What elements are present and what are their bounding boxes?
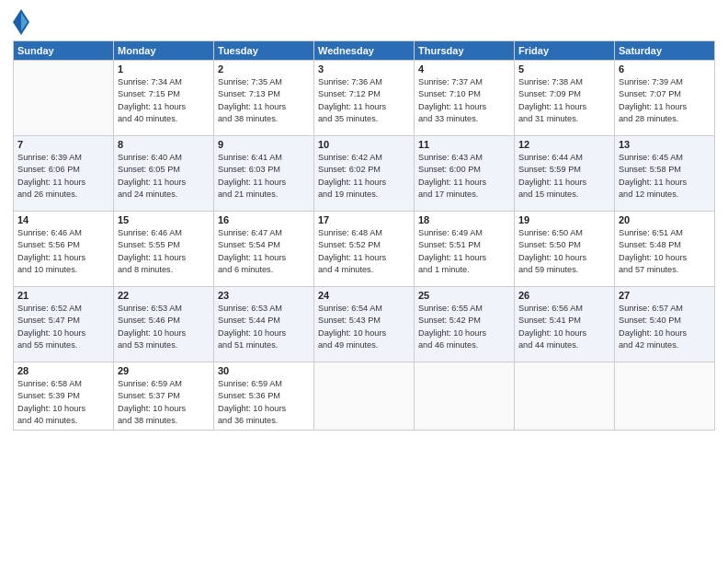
day-info: Sunrise: 6:44 AMSunset: 5:59 PMDaylight:…: [518, 152, 610, 201]
day-info: Sunrise: 7:37 AMSunset: 7:10 PMDaylight:…: [418, 76, 510, 125]
calendar-cell: 14Sunrise: 6:46 AMSunset: 5:56 PMDayligh…: [14, 212, 114, 287]
day-info: Sunrise: 6:54 AMSunset: 5:43 PMDaylight:…: [318, 303, 410, 351]
calendar-cell: 1Sunrise: 7:34 AMSunset: 7:15 PMDaylight…: [114, 61, 214, 136]
calendar-cell: 18Sunrise: 6:49 AMSunset: 5:51 PMDayligh…: [415, 212, 515, 287]
weekday-header-monday: Monday: [114, 41, 214, 61]
day-number: 28: [17, 365, 109, 376]
day-number: 6: [619, 63, 711, 75]
day-info: Sunrise: 6:53 AMSunset: 5:46 PMDaylight:…: [118, 303, 210, 351]
calendar-cell: 6Sunrise: 7:39 AMSunset: 7:07 PMDaylight…: [615, 61, 715, 136]
day-info: Sunrise: 6:46 AMSunset: 5:55 PMDaylight:…: [118, 227, 210, 276]
weekday-header-sunday: Sunday: [14, 41, 114, 61]
day-number: 11: [418, 139, 510, 150]
day-number: 30: [218, 365, 310, 376]
day-number: 15: [118, 214, 210, 225]
weekday-header-friday: Friday: [515, 41, 615, 61]
calendar-cell: 9Sunrise: 6:41 AMSunset: 6:03 PMDaylight…: [214, 136, 314, 212]
day-info: Sunrise: 6:45 AMSunset: 5:58 PMDaylight:…: [619, 152, 711, 201]
calendar-cell: 2Sunrise: 7:35 AMSunset: 7:13 PMDaylight…: [214, 61, 314, 136]
calendar-cell: [415, 362, 515, 431]
day-info: Sunrise: 7:35 AMSunset: 7:13 PMDaylight:…: [218, 76, 310, 125]
day-number: 20: [619, 214, 711, 225]
day-number: 21: [17, 290, 109, 301]
day-info: Sunrise: 6:39 AMSunset: 6:06 PMDaylight:…: [17, 152, 109, 201]
day-number: 16: [218, 214, 310, 225]
calendar-cell: 10Sunrise: 6:42 AMSunset: 6:02 PMDayligh…: [314, 136, 415, 212]
day-number: 18: [418, 214, 510, 225]
day-info: Sunrise: 6:59 AMSunset: 5:36 PMDaylight:…: [218, 378, 310, 427]
calendar-cell: 23Sunrise: 6:53 AMSunset: 5:44 PMDayligh…: [214, 287, 314, 362]
weekday-header-saturday: Saturday: [615, 41, 715, 61]
calendar-cell: 20Sunrise: 6:51 AMSunset: 5:48 PMDayligh…: [615, 212, 715, 287]
calendar-week-4: 21Sunrise: 6:52 AMSunset: 5:47 PMDayligh…: [14, 287, 715, 362]
calendar-cell: 15Sunrise: 6:46 AMSunset: 5:55 PMDayligh…: [114, 212, 214, 287]
calendar-cell: [615, 362, 715, 431]
calendar-cell: [515, 362, 615, 431]
calendar-cell: 4Sunrise: 7:37 AMSunset: 7:10 PMDaylight…: [415, 61, 515, 136]
calendar-week-3: 14Sunrise: 6:46 AMSunset: 5:56 PMDayligh…: [14, 212, 715, 287]
day-number: 22: [118, 290, 210, 301]
day-info: Sunrise: 6:55 AMSunset: 5:42 PMDaylight:…: [418, 303, 510, 351]
calendar-cell: 25Sunrise: 6:55 AMSunset: 5:42 PMDayligh…: [415, 287, 515, 362]
calendar-cell: 16Sunrise: 6:47 AMSunset: 5:54 PMDayligh…: [214, 212, 314, 287]
calendar-cell: 21Sunrise: 6:52 AMSunset: 5:47 PMDayligh…: [14, 287, 114, 362]
calendar-cell: 19Sunrise: 6:50 AMSunset: 5:50 PMDayligh…: [515, 212, 615, 287]
day-info: Sunrise: 6:50 AMSunset: 5:50 PMDaylight:…: [518, 227, 610, 276]
day-number: 12: [518, 139, 610, 150]
weekday-header-row: SundayMondayTuesdayWednesdayThursdayFrid…: [14, 41, 715, 61]
day-number: 25: [418, 290, 510, 301]
day-number: 4: [418, 63, 510, 75]
day-info: Sunrise: 6:57 AMSunset: 5:40 PMDaylight:…: [619, 303, 711, 351]
day-number: 29: [118, 365, 210, 376]
calendar-cell: 13Sunrise: 6:45 AMSunset: 5:58 PMDayligh…: [615, 136, 715, 212]
calendar-cell: 17Sunrise: 6:48 AMSunset: 5:52 PMDayligh…: [314, 212, 415, 287]
day-info: Sunrise: 6:46 AMSunset: 5:56 PMDaylight:…: [17, 227, 109, 276]
day-info: Sunrise: 6:48 AMSunset: 5:52 PMDaylight:…: [318, 227, 410, 276]
day-number: 9: [218, 139, 310, 150]
day-number: 2: [218, 63, 310, 75]
calendar-cell: 8Sunrise: 6:40 AMSunset: 6:05 PMDaylight…: [114, 136, 214, 212]
day-info: Sunrise: 6:49 AMSunset: 5:51 PMDaylight:…: [418, 227, 510, 276]
day-info: Sunrise: 6:53 AMSunset: 5:44 PMDaylight:…: [218, 303, 310, 351]
logo-icon: [13, 9, 29, 35]
weekday-header-tuesday: Tuesday: [214, 41, 314, 61]
day-number: 26: [518, 290, 610, 301]
day-number: 8: [118, 139, 210, 150]
day-info: Sunrise: 6:40 AMSunset: 6:05 PMDaylight:…: [118, 152, 210, 201]
day-number: 17: [318, 214, 410, 225]
day-info: Sunrise: 6:58 AMSunset: 5:39 PMDaylight:…: [17, 378, 109, 427]
calendar-cell: 3Sunrise: 7:36 AMSunset: 7:12 PMDaylight…: [314, 61, 415, 136]
day-number: 19: [518, 214, 610, 225]
weekday-header-thursday: Thursday: [415, 41, 515, 61]
day-number: 23: [218, 290, 310, 301]
day-number: 3: [318, 63, 410, 75]
day-number: 13: [619, 139, 711, 150]
day-info: Sunrise: 6:51 AMSunset: 5:48 PMDaylight:…: [619, 227, 711, 276]
day-number: 14: [17, 214, 109, 225]
calendar-cell: 11Sunrise: 6:43 AMSunset: 6:00 PMDayligh…: [415, 136, 515, 212]
day-info: Sunrise: 6:56 AMSunset: 5:41 PMDaylight:…: [518, 303, 610, 351]
logo: [13, 9, 33, 35]
calendar-cell: 30Sunrise: 6:59 AMSunset: 5:36 PMDayligh…: [214, 362, 314, 431]
day-number: 10: [318, 139, 410, 150]
day-number: 7: [17, 139, 109, 150]
calendar-cell: 7Sunrise: 6:39 AMSunset: 6:06 PMDaylight…: [14, 136, 114, 212]
day-info: Sunrise: 6:42 AMSunset: 6:02 PMDaylight:…: [318, 152, 410, 201]
calendar-week-2: 7Sunrise: 6:39 AMSunset: 6:06 PMDaylight…: [14, 136, 715, 212]
day-info: Sunrise: 6:52 AMSunset: 5:47 PMDaylight:…: [17, 303, 109, 351]
day-info: Sunrise: 7:34 AMSunset: 7:15 PMDaylight:…: [118, 76, 210, 125]
day-info: Sunrise: 6:43 AMSunset: 6:00 PMDaylight:…: [418, 152, 510, 201]
calendar-week-1: 1Sunrise: 7:34 AMSunset: 7:15 PMDaylight…: [14, 61, 715, 136]
day-info: Sunrise: 7:36 AMSunset: 7:12 PMDaylight:…: [318, 76, 410, 125]
calendar-cell: 24Sunrise: 6:54 AMSunset: 5:43 PMDayligh…: [314, 287, 415, 362]
day-info: Sunrise: 6:59 AMSunset: 5:37 PMDaylight:…: [118, 378, 210, 427]
day-info: Sunrise: 7:38 AMSunset: 7:09 PMDaylight:…: [518, 76, 610, 125]
day-number: 27: [619, 290, 711, 301]
calendar-cell: [314, 362, 415, 431]
day-number: 1: [118, 63, 210, 75]
day-info: Sunrise: 6:47 AMSunset: 5:54 PMDaylight:…: [218, 227, 310, 276]
calendar-cell: 5Sunrise: 7:38 AMSunset: 7:09 PMDaylight…: [515, 61, 615, 136]
calendar-cell: 28Sunrise: 6:58 AMSunset: 5:39 PMDayligh…: [14, 362, 114, 431]
calendar-cell: [14, 61, 114, 136]
day-number: 5: [518, 63, 610, 75]
